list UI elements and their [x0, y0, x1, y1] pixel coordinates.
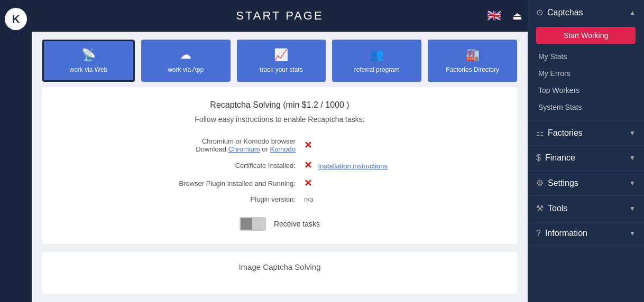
rs-captchas-header[interactable]: ⊙ Captchas ▲ — [528, 0, 644, 25]
factories-label: Factories — [548, 128, 583, 138]
scroll-area: Recaptcha Solving (min $1.2 / 1000 ) Fol… — [32, 87, 528, 302]
komodo-link[interactable]: Komodo — [270, 145, 295, 153]
language-flag[interactable]: 🇬🇧 — [487, 9, 501, 23]
settings-label: Settings — [548, 178, 578, 188]
receive-tasks-row: Receive tasks — [58, 217, 501, 231]
recaptcha-title: Recaptcha Solving (min $1.2 / 1000 ) — [58, 100, 501, 110]
logout-icon[interactable]: ⏏ — [512, 10, 522, 22]
plugin-label: Browser Plugin Installed and Running: — [58, 174, 302, 192]
nav-factories[interactable]: 🏭 Factories Directory — [428, 40, 517, 82]
rs-factories-header[interactable]: ⚏ Factories ▼ — [528, 120, 644, 145]
track-stats-icon: 📈 — [274, 48, 288, 62]
finance-icon: $ — [536, 153, 541, 163]
plugin-version-label: Plugin version: — [58, 192, 302, 206]
my-errors-item[interactable]: My Errors — [528, 65, 644, 82]
main-content: START PAGE 🇬🇧 ⏏ 📡 work via Web ☁ work vi… — [32, 0, 528, 302]
recaptcha-subtitle: Follow easy instructions to enable Recap… — [58, 115, 501, 124]
nav-buttons: 📡 work via Web ☁ work via App 📈 track yo… — [32, 32, 528, 87]
system-stats-item[interactable]: System Stats — [528, 99, 644, 116]
rs-section-captchas: ⊙ Captchas ▲ Start Working My Stats My E… — [528, 0, 644, 120]
rs-settings-header[interactable]: ⚙ Settings ▼ — [528, 171, 644, 195]
rs-section-settings: ⚙ Settings ▼ — [528, 171, 644, 196]
table-row: Certificate Installed: ✕ Installation in… — [58, 156, 501, 174]
captchas-chevron-icon: ▲ — [629, 9, 636, 16]
recaptcha-card: Recaptcha Solving (min $1.2 / 1000 ) Fol… — [42, 87, 517, 244]
chromium-link[interactable]: Chromium — [228, 145, 260, 153]
certificate-value: ✕ Installation instructions — [302, 156, 501, 174]
plugin-version-text: n/a — [304, 195, 314, 203]
rs-finance-header[interactable]: $ Finance ▼ — [528, 146, 644, 170]
work-web-icon: 📡 — [81, 48, 96, 62]
browser-value: ✕ — [302, 134, 501, 156]
information-label: Information — [545, 229, 587, 238]
plugin-value: ✕ — [302, 174, 501, 192]
factories-chevron-icon: ▼ — [629, 129, 636, 137]
nav-referral-label: referral program — [354, 66, 400, 73]
rs-section-tools: ⚒ Tools ▼ — [528, 196, 644, 221]
image-captcha-title: Image Captcha Solving — [58, 262, 501, 271]
logo[interactable]: K — [5, 8, 27, 30]
nav-work-app-label: work via App — [168, 66, 204, 73]
finance-label: Finance — [545, 153, 575, 163]
work-app-icon: ☁ — [180, 48, 191, 62]
referral-icon: 👥 — [370, 48, 384, 62]
nav-work-app[interactable]: ☁ work via App — [141, 40, 231, 82]
rs-section-information: ? Information ▼ — [528, 221, 644, 246]
factories-icon: ⚏ — [536, 128, 544, 138]
nav-referral[interactable]: 👥 referral program — [332, 40, 421, 82]
my-stats-item[interactable]: My Stats — [528, 48, 644, 65]
right-sidebar: ⊙ Captchas ▲ Start Working My Stats My E… — [528, 0, 644, 302]
tools-label: Tools — [548, 204, 567, 213]
table-row: Chromium or Komodo browser Download Chro… — [58, 134, 501, 156]
nav-factories-label: Factories Directory — [446, 66, 499, 73]
start-working-button[interactable]: Start Working — [536, 27, 636, 44]
captchas-icon: ⊙ — [536, 7, 543, 17]
captchas-label: Captchas — [547, 8, 583, 17]
image-captcha-card: Image Captcha Solving — [42, 252, 517, 294]
browser-label: Chromium or Komodo browser Download Chro… — [58, 134, 302, 156]
page-title: START PAGE — [236, 9, 323, 23]
tools-chevron-icon: ▼ — [629, 205, 636, 212]
finance-chevron-icon: ▼ — [629, 154, 636, 162]
top-workers-item[interactable]: Top Workers — [528, 82, 644, 99]
nav-track-stats-label: track your stats — [260, 66, 302, 73]
rs-information-header[interactable]: ? Information ▼ — [528, 221, 644, 246]
settings-icon: ⚙ — [536, 178, 544, 188]
nav-track-stats[interactable]: 📈 track your stats — [237, 40, 326, 82]
rs-section-factories: ⚏ Factories ▼ — [528, 120, 644, 146]
information-chevron-icon: ▼ — [629, 230, 636, 237]
information-icon: ? — [536, 229, 541, 238]
plugin-status-x: ✕ — [304, 178, 312, 188]
rs-tools-header[interactable]: ⚒ Tools ▼ — [528, 196, 644, 221]
receive-tasks-label: Receive tasks — [274, 220, 320, 228]
factories-nav-icon: 🏭 — [465, 48, 480, 62]
table-row: Plugin version: n/a — [58, 192, 501, 206]
nav-work-web-label: work via Web — [69, 66, 107, 73]
recaptcha-table: Chromium or Komodo browser Download Chro… — [58, 134, 501, 206]
installation-instructions-link[interactable]: Installation instructions — [318, 162, 388, 170]
toggle-thumb — [241, 218, 252, 230]
left-sidebar: K — [0, 0, 32, 302]
settings-chevron-icon: ▼ — [629, 180, 636, 187]
certificate-label: Certificate Installed: — [58, 156, 302, 174]
header: START PAGE 🇬🇧 ⏏ — [32, 0, 528, 32]
captchas-submenu: Start Working My Stats My Errors Top Wor… — [528, 27, 644, 120]
plugin-version-value: n/a — [302, 192, 501, 206]
rs-section-finance: $ Finance ▼ — [528, 146, 644, 171]
browser-status-x: ✕ — [304, 140, 312, 150]
tools-icon: ⚒ — [536, 203, 544, 213]
certificate-status-x: ✕ — [304, 160, 312, 171]
nav-work-web[interactable]: 📡 work via Web — [42, 40, 135, 82]
table-row: Browser Plugin Installed and Running: ✕ — [58, 174, 501, 192]
receive-tasks-toggle[interactable] — [240, 217, 266, 231]
